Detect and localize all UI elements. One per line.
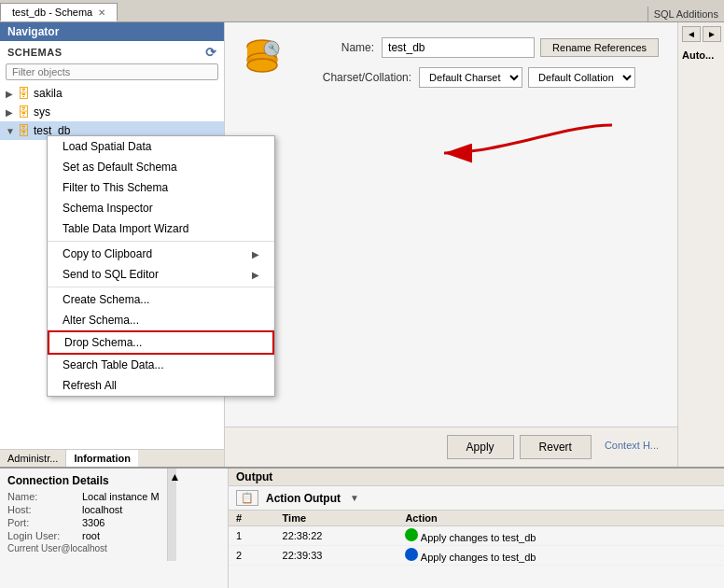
ctx-copy-clipboard[interactable]: Copy to Clipboard ▶	[48, 244, 224, 264]
conn-key-current: Current User@localhost	[7, 543, 157, 553]
svg-text:🔧: 🔧	[268, 43, 280, 55]
nav-back-button[interactable]: ◄	[682, 26, 701, 42]
conn-row-login: Login User: root	[7, 530, 160, 541]
conn-val-host: localhost	[82, 504, 122, 515]
tab-schema[interactable]: test_db - Schema ✕	[0, 3, 118, 21]
action-output-label: Action Output	[266, 492, 341, 505]
scroll-up[interactable]: ▲	[168, 469, 176, 485]
tree-arrow-sakila: ▶	[6, 89, 17, 99]
scroll-indicator[interactable]: ▲	[167, 469, 176, 561]
row1-action-text: Apply changes to test_db	[421, 532, 536, 543]
ctx-sep2	[48, 287, 224, 287]
col-num: #	[229, 511, 275, 526]
tab-sql-additions[interactable]: SQL Additions	[647, 7, 724, 21]
conn-val-name: Local instance M	[82, 491, 160, 502]
ctx-schema-inspector[interactable]: Schema Inspector	[48, 198, 224, 218]
status-blue-icon	[405, 548, 418, 561]
table-row: 1 22:38:22 Apply changes to test_db	[229, 526, 724, 546]
tree-item-sys[interactable]: ▶ 🗄 sys	[0, 103, 224, 121]
schemas-label: SCHEMAS	[7, 47, 63, 58]
filter-input[interactable]	[6, 63, 218, 80]
left-bottom: Connection Details Name: Local instance …	[0, 469, 229, 588]
context-help[interactable]: Context H...	[597, 435, 666, 459]
tree-arrow-testdb: ▼	[6, 126, 17, 136]
revert-button[interactable]: Revert	[520, 435, 592, 459]
sidebar: Navigator SCHEMAS ⟳ ▶ 🗄 sakila ▶ 🗄 sys	[0, 22, 225, 467]
filter-box	[0, 62, 224, 84]
nav-arrows: ◄ ►	[678, 22, 724, 46]
ctx-filter-schema[interactable]: Filter to This Schema	[48, 177, 224, 198]
tab-administration[interactable]: Administr...	[0, 450, 66, 467]
ctx-alter-schema[interactable]: Alter Schema...	[48, 310, 224, 330]
refresh-icon[interactable]: ⟳	[205, 45, 216, 60]
conn-row-name: Name: Local instance M	[7, 491, 160, 502]
ctx-import-wizard[interactable]: Table Data Import Wizard	[48, 218, 224, 239]
ctx-sep1	[48, 241, 224, 242]
table-row: 2 22:39:33 Apply changes to test_db	[229, 546, 724, 566]
ctx-load-spatial[interactable]: Load Spatial Data	[48, 136, 224, 157]
row1-time: 22:38:22	[275, 526, 398, 546]
tab-sql-label: SQL Additions	[654, 8, 718, 20]
collation-dropdown[interactable]: Default Collation	[528, 67, 635, 88]
ctx-send-sql[interactable]: Send to SQL Editor ▶	[48, 264, 224, 285]
ctx-refresh-all[interactable]: Refresh All	[48, 375, 224, 396]
connection-details-container: Connection Details Name: Local instance …	[0, 469, 228, 561]
connection-details: Connection Details Name: Local instance …	[0, 469, 167, 561]
output-label: Output	[236, 470, 272, 483]
sidebar-title: Navigator	[7, 25, 59, 38]
conn-key-host: Host:	[7, 504, 82, 515]
output-header: Output	[229, 469, 724, 486]
conn-key-port: Port:	[7, 517, 82, 528]
app-container: test_db - Schema ✕ SQL Additions Navigat…	[0, 0, 724, 588]
conn-row-current: Current User@localhost	[7, 543, 160, 553]
row1-action: Apply changes to test_db	[397, 526, 724, 546]
tab-information[interactable]: Information	[66, 450, 138, 467]
ctx-create-schema[interactable]: Create Schema...	[48, 289, 224, 310]
main-content: Navigator SCHEMAS ⟳ ▶ 🗄 sakila ▶ 🗄 sys	[0, 22, 724, 467]
tab-schema-label: test_db - Schema	[12, 7, 92, 18]
sidebar-header: Navigator	[0, 22, 224, 41]
schema-editor: 🔧 Name: Rename References Charset/Collat…	[225, 22, 677, 427]
red-arrow-svg	[425, 106, 631, 172]
conn-key-login: Login User:	[7, 530, 82, 541]
ctx-drop-schema[interactable]: Drop Schema...	[48, 330, 224, 355]
tab-schema-close[interactable]: ✕	[98, 7, 105, 18]
far-right-panel: ◄ ► Auto...	[677, 22, 724, 467]
output-table: # Time Action 1 22:38:22 A	[229, 511, 724, 588]
charset-dropdown[interactable]: Default Charset	[419, 67, 522, 88]
col-time: Time	[275, 511, 398, 526]
row2-num: 2	[229, 546, 275, 566]
tab-bar: test_db - Schema ✕ SQL Additions	[0, 0, 724, 22]
svg-point-4	[247, 59, 277, 72]
schemas-section: SCHEMAS ⟳	[0, 41, 224, 62]
dropdown-arrow[interactable]: ▼	[350, 493, 359, 503]
status-green-icon	[405, 528, 418, 541]
apply-button[interactable]: Apply	[447, 435, 514, 459]
tree-area: ▶ 🗄 sakila ▶ 🗄 sys ▼ 🗄 test_db	[0, 84, 224, 449]
name-label: Name:	[299, 41, 374, 54]
rename-references-button[interactable]: Rename References	[540, 38, 659, 57]
charset-label: Charset/Collation:	[299, 71, 411, 84]
nav-forward-button[interactable]: ►	[703, 26, 721, 42]
far-right-title: Auto...	[678, 46, 724, 64]
ctx-search-table[interactable]: Search Table Data...	[48, 355, 224, 375]
sidebar-bottom-tabs: Administr... Information	[0, 449, 224, 467]
output-panel: Output 📋 Action Output ▼ # Time Action	[229, 469, 724, 588]
arrow-area	[244, 106, 659, 181]
conn-val-login: root	[82, 530, 100, 541]
schema-fields: Name: Rename References Charset/Collatio…	[299, 37, 659, 97]
ctx-set-default[interactable]: Set as Default Schema	[48, 157, 224, 177]
tree-label-sys: sys	[34, 105, 50, 119]
db-icon-sys: 🗄	[17, 105, 30, 119]
conn-key-name: Name:	[7, 491, 82, 502]
action-output-icon[interactable]: 📋	[236, 490, 258, 506]
name-input[interactable]	[382, 37, 535, 58]
row2-action-text: Apply changes to test_db	[421, 552, 536, 563]
bottom-inner: Connection Details Name: Local instance …	[0, 469, 724, 588]
bottom-section: Connection Details Name: Local instance …	[0, 467, 724, 588]
db-icon-sakila: 🗄	[17, 86, 30, 101]
tree-arrow-sys: ▶	[6, 107, 17, 118]
context-menu: Load Spatial Data Set as Default Schema …	[47, 135, 224, 397]
schema-top: 🔧 Name: Rename References Charset/Collat…	[244, 37, 659, 97]
tree-item-sakila[interactable]: ▶ 🗄 sakila	[0, 84, 224, 103]
